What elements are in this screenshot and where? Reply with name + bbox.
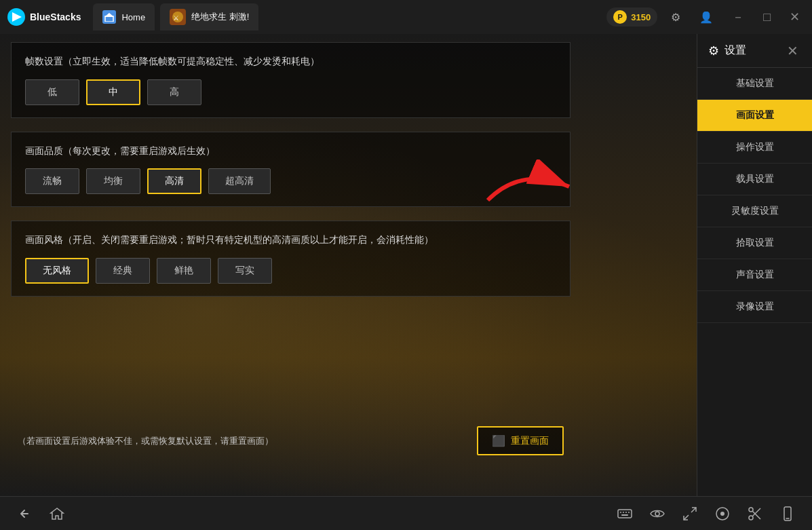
gear-icon: ⚙ (708, 43, 719, 58)
frame-low-btn[interactable]: 低 (25, 79, 79, 105)
style-options: 无风格 经典 鲜艳 写实 (25, 258, 556, 284)
sidebar-close-button[interactable]: ✕ (784, 41, 801, 60)
sidebar-title: ⚙ 设置 (708, 43, 746, 58)
quality-section: 画面品质（每次更改，需要重启游戏后生效） 流畅 均衡 高清 超高清 (11, 132, 571, 208)
svg-marker-8 (51, 508, 63, 519)
toolbar-left (14, 503, 68, 525)
titlebar: BlueStacks Home ⚔ 绝地求生 刺激! P 3150 ⚙ 👤 － (0, 0, 812, 34)
quality-options: 流畅 均衡 高清 超高清 (25, 168, 556, 194)
right-sidebar: ⚙ 设置 ✕ 基础设置 画面设置 操作设置 载具设置 灵敏度设置 拾取设置 声音… (697, 34, 812, 496)
settings-icon[interactable]: ⚙ (665, 8, 686, 26)
bottom-actions: （若画面设置后游戏体验不佳，或需恢复默认设置，请重置画面） ⬛ 重置画面 (11, 426, 571, 455)
keyboard-icon (617, 506, 633, 522)
points-badge: P 3150 (606, 7, 657, 26)
svg-point-21 (749, 516, 753, 520)
sidebar-recording-label: 录像设置 (736, 301, 774, 311)
sidebar-sensitivity-label: 灵敏度设置 (731, 205, 779, 216)
back-button[interactable] (14, 503, 35, 525)
minimize-button[interactable]: － (727, 7, 750, 26)
quality-ultrahd-btn[interactable]: 超高清 (208, 168, 271, 194)
sidebar-basic-label: 基础设置 (736, 77, 774, 88)
svg-rect-9 (618, 510, 632, 518)
sidebar-item-sensitivity[interactable]: 灵敏度设置 (697, 195, 812, 227)
phone-button[interactable] (777, 503, 798, 525)
expand-button[interactable] (679, 503, 701, 525)
home-tab-icon (102, 10, 116, 24)
quality-title: 画面品质（每次更改，需要重启游戏后生效） (25, 145, 556, 158)
toolbar-right (614, 503, 798, 525)
reset-label: 重置画面 (511, 435, 549, 447)
frame-rate-options: 低 中 高 (25, 79, 556, 105)
sidebar-display-label: 画面设置 (736, 109, 774, 120)
bluestacks-logo-icon (7, 7, 26, 26)
frame-rate-title: 帧数设置（立即生效，适当降低帧数可提高稳定性、减少发烫和耗电） (25, 55, 556, 69)
sidebar-title-text: 设置 (724, 43, 746, 58)
home-tab-label: Home (121, 12, 145, 22)
quality-hd-btn[interactable]: 高清 (147, 168, 201, 194)
home-toolbar-icon (50, 506, 64, 521)
svg-rect-2 (105, 16, 113, 22)
game-background: 帧数设置（立即生效，适当降低帧数可提高稳定性、减少发烫和耗电） 低 中 高 画面… (0, 34, 697, 496)
style-section: 画面风格（开启、关闭需要重启游戏；暂时只有特定机型的高清画质以上才能开启，会消耗… (11, 221, 571, 297)
sidebar-vehicle-label: 载具设置 (736, 173, 774, 184)
style-vivid-btn[interactable]: 鲜艳 (157, 258, 211, 284)
game-tab-label: 绝地求生 刺激! (191, 11, 249, 23)
sidebar-controls-label: 操作设置 (736, 141, 774, 152)
maximize-button[interactable]: □ (758, 9, 776, 26)
pin-button[interactable] (712, 503, 733, 525)
svg-point-20 (749, 508, 753, 512)
sidebar-item-pickup[interactable]: 拾取设置 (697, 227, 812, 259)
phone-icon (779, 506, 796, 522)
game-tab-icon: ⚔ (170, 9, 186, 25)
style-title: 画面风格（开启、关闭需要重启游戏；暂时只有特定机型的高清画质以上才能开启，会消耗… (25, 233, 556, 247)
sidebar-item-audio[interactable]: 声音设置 (697, 259, 812, 291)
svg-line-16 (691, 508, 696, 512)
sidebar-item-display[interactable]: 画面设置 (697, 100, 812, 132)
frame-high-btn[interactable]: 高 (147, 79, 201, 105)
style-classic-btn[interactable]: 经典 (96, 258, 150, 284)
scissors-icon (747, 506, 763, 522)
sidebar-item-basic[interactable]: 基础设置 (697, 68, 812, 100)
frame-mid-btn[interactable]: 中 (86, 79, 140, 105)
game-tab[interactable]: ⚔ 绝地求生 刺激! (160, 3, 258, 31)
quality-smooth-btn[interactable]: 流畅 (25, 168, 79, 194)
sidebar-pickup-label: 拾取设置 (736, 237, 774, 248)
svg-point-19 (720, 512, 724, 516)
eye-icon (649, 506, 665, 522)
points-icon: P (613, 10, 627, 24)
app-name: BlueStacks (30, 12, 81, 22)
titlebar-right: P 3150 ⚙ 👤 － □ ✕ (606, 7, 805, 26)
sidebar-header: ⚙ 设置 ✕ (697, 34, 812, 68)
sidebar-audio-label: 声音设置 (736, 269, 774, 280)
app-logo: BlueStacks (7, 7, 81, 26)
style-none-btn[interactable]: 无风格 (25, 258, 89, 284)
reset-button[interactable]: ⬛ 重置画面 (477, 426, 564, 455)
sidebar-item-recording[interactable]: 录像设置 (697, 291, 812, 323)
home-button[interactable] (46, 503, 68, 525)
sidebar-item-controls[interactable]: 操作设置 (697, 132, 812, 164)
frame-rate-section: 帧数设置（立即生效，适当降低帧数可提高稳定性、减少发烫和耗电） 低 中 高 (11, 42, 571, 118)
home-icon (104, 12, 114, 22)
svg-text:⚔: ⚔ (173, 14, 179, 22)
quality-balanced-btn[interactable]: 均衡 (86, 168, 140, 194)
close-button[interactable]: ✕ (784, 8, 805, 26)
svg-marker-3 (104, 13, 114, 17)
points-value: 3150 (631, 12, 651, 22)
svg-line-17 (684, 515, 689, 520)
svg-point-15 (655, 512, 659, 516)
game-icon: ⚔ (170, 9, 186, 25)
bottom-note: （若画面设置后游戏体验不佳，或需恢复默认设置，请重置画面） (18, 435, 273, 447)
scissors-button[interactable] (744, 503, 766, 525)
expand-icon (682, 506, 698, 522)
keyboard-button[interactable] (614, 503, 636, 525)
eye-button[interactable] (646, 503, 668, 525)
pin-icon (714, 506, 731, 522)
sidebar-item-vehicle[interactable]: 载具设置 (697, 164, 812, 195)
style-realistic-btn[interactable]: 写实 (218, 258, 272, 284)
home-tab[interactable]: Home (93, 3, 155, 31)
back-icon (17, 506, 32, 521)
bottom-toolbar (0, 496, 812, 530)
profile-icon[interactable]: 👤 (694, 8, 718, 26)
reset-icon: ⬛ (492, 434, 505, 447)
